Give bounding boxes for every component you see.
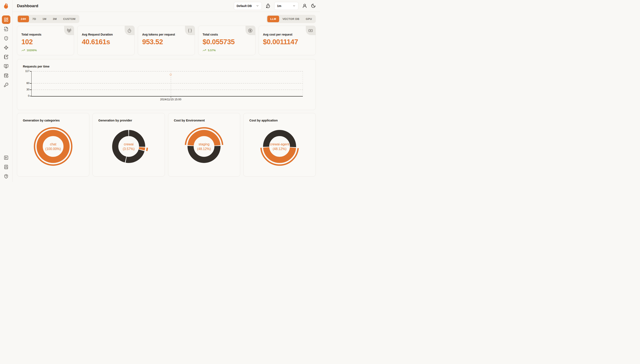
dark-mode-moon-icon[interactable] [311,4,316,8]
banknote-icon [306,26,316,35]
tab-source-llm[interactable]: LLM [267,16,279,22]
key-icon [4,82,8,87]
refresh-history-icon[interactable] [266,4,270,8]
tab-source-vector-db[interactable]: VECTOR DB [280,16,302,22]
gridline [32,83,303,84]
sidebar-nav-bottom [2,154,10,180]
sidebar-item-sessions[interactable] [2,62,10,70]
stat-trend: 10200% [22,48,70,52]
sidebar-nav-top [2,16,10,89]
donut-center-value: (3.57%) [123,147,134,151]
sidebar [0,0,12,182]
donut-card: Generation by categorieschat(100.00%) [17,113,89,176]
sidebar-item-documentation[interactable] [2,163,10,171]
donut-card: Cost by applicationcrewai-agent(48.12%) [244,113,316,176]
donut-center-value: (100.00%) [45,147,61,151]
donut-chart[interactable]: chat(100.00%) [17,125,89,168]
chevron-down-icon [292,4,296,8]
donut-chart[interactable]: staging(48.12%) [168,125,240,168]
donut-title: Generation by provider [98,119,132,122]
stat-card: Avg tokens per request953.52 [138,26,195,55]
chevron-down-icon [256,4,259,8]
stat-title: Total costs [202,33,251,36]
donut-center-label: crewai [124,142,134,146]
top-bar: Dashboard Default DB 1m [12,0,320,12]
y-tick-label: 60 [21,82,30,85]
stat-card: Avg Request Duration40.6161s [77,26,134,55]
stat-value: 102 [22,38,70,46]
stat-value: $0.0011147 [263,38,311,46]
stat-trend: 5.57% [202,48,251,52]
donut-center-value: (48.12%) [273,147,286,151]
sidebar-item-support[interactable] [2,172,10,180]
sidebar-item-evaluations[interactable] [2,53,10,61]
stat-trend-value: 5.57% [208,49,216,52]
y-tick [30,83,31,84]
donut-center-label: chat [50,142,56,146]
stat-title: Total requests [22,33,70,36]
source-tabs: LLMVECTOR DBGPU [266,15,316,23]
app-logo-flame-icon[interactable] [3,3,9,9]
sidebar-item-demo-video[interactable] [2,154,10,162]
y-tick [30,71,31,72]
donut-chart[interactable]: crewai(3.57%) [93,125,165,168]
interval-select[interactable]: 1m [274,2,298,10]
database-select-value: Default DB [236,4,252,8]
stat-title: Avg Request Duration [82,33,130,36]
sidebar-item-traces[interactable] [2,25,10,33]
donut-center-label: staging [199,142,210,146]
gridline [32,90,303,90]
tab-range-24h[interactable]: 24H [18,16,29,22]
sidebar-item-dashboard[interactable] [2,16,10,24]
tab-source-gpu[interactable]: GPU [303,16,315,22]
sidebar-item-datasets[interactable] [2,71,10,80]
data-point[interactable] [170,74,172,76]
radio-tower-icon [64,26,74,35]
y-tick [30,90,31,90]
stat-title: Avg tokens per request [142,33,190,36]
donut-center-label: crewai-agent [270,142,289,146]
filter-tabs-row: 24H7D1M3MCUSTOM LLMVECTOR DBGPU [17,15,316,23]
stat-card: Total requests10210200% [17,26,74,55]
stat-value: $0.055735 [202,38,251,46]
tab-range-3m[interactable]: 3M [50,16,60,22]
y-tick [30,96,31,96]
shield-alert-icon [4,36,8,41]
circle-dollar-icon [246,26,255,35]
chart-title: Requests per time [23,65,50,68]
donut-title: Cost by Environment [174,119,205,122]
stat-card: Avg cost per request$0.0011147 [258,26,316,55]
tab-range-1m[interactable]: 1M [39,16,49,22]
requests-line-chart[interactable]: 117603002024/11/15 15:00 [32,71,303,96]
sidebar-item-playground[interactable] [2,44,10,52]
diamonds-icon [4,45,8,50]
user-profile-icon[interactable] [302,4,307,8]
notebook-pen-icon [4,54,8,59]
file-code-icon [4,27,8,31]
x-tick-label: 2024/11/15 15:00 [160,98,182,101]
main-column: Dashboard Default DB 1m 24H7D1M3MCUSTOM … [12,0,320,182]
y-tick-label: 0 [21,94,30,97]
database-select[interactable]: Default DB [234,2,262,10]
braces-icon [185,26,195,35]
monitor-play-icon [4,64,8,68]
donut-title: Cost by application [249,119,278,122]
trending-up-icon [202,48,206,52]
donut-cards-row: Generation by categorieschat(100.00%)Gen… [17,113,316,176]
content-area: 24H7D1M3MCUSTOM LLMVECTOR DBGPU Total re… [12,12,320,182]
sidebar-item-guardrails[interactable] [2,34,10,42]
timer-icon [125,26,134,35]
donut-chart[interactable]: crewai-agent(48.12%) [244,125,316,168]
y-axis [31,71,32,96]
app-window: Dashboard Default DB 1m 24H7D1M3MCUSTOM … [0,0,320,182]
database-refresh-icon [4,73,8,78]
donut-title: Generation by categories [23,119,60,122]
tab-range-7d[interactable]: 7D [30,16,39,22]
trending-up-icon [22,48,25,52]
square-play-icon [4,155,8,160]
sidebar-item-api-keys[interactable] [2,81,10,89]
book-icon [4,165,8,169]
requests-per-time-card: Requests per time 117603002024/11/15 15:… [17,59,316,110]
tab-range-custom[interactable]: CUSTOM [60,16,78,22]
layout-dashboard-icon [4,17,8,22]
